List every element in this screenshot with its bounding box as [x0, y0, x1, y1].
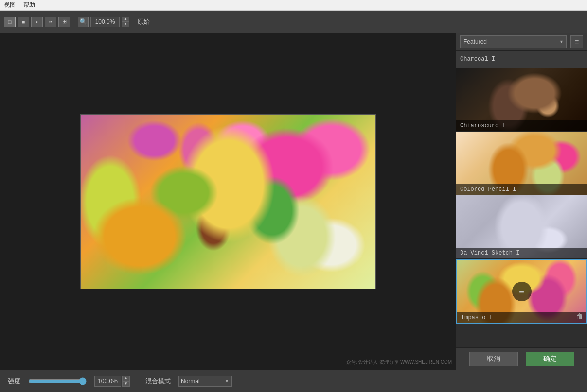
zoom-icon[interactable]: 🔍 [78, 17, 89, 27]
impasto-label: Impasto I [457, 312, 586, 323]
blend-select[interactable]: Normal Multiply Screen Overlay Darken Li… [178, 376, 232, 387]
rect-dual-icon[interactable]: ▫▪ [45, 17, 56, 27]
style-item-impasto[interactable]: ≡ Impasto I 🗑 [456, 259, 587, 324]
filter-bar: Featured All Recent ≡ [456, 33, 587, 51]
davinci-thumbnail: Da Vinci Sketch I [456, 195, 587, 258]
intensity-down-button[interactable]: ▼ [122, 381, 130, 387]
watermark: 众号: 设计达人 资理分享 WWW.SHEJIREN.COM [346, 359, 452, 366]
view-mode-icons: □ ■ ▪ ▫▪ ⊞ [4, 17, 70, 27]
rect-outline-icon[interactable]: □ [4, 17, 16, 27]
davinci-label: Da Vinci Sketch I [456, 248, 587, 258]
artwork [80, 114, 376, 289]
style-item-colored-pencil[interactable]: Colored Pencil I [456, 132, 587, 195]
rect-filled-icon[interactable]: ■ [18, 17, 29, 27]
cancel-button[interactable]: 取消 [469, 352, 518, 366]
colored-pencil-label: Colored Pencil I [456, 184, 587, 195]
style-item-charcoal[interactable]: Charcoal I [456, 51, 587, 68]
style-list: Charcoal I Chiaroscuro I Colored Pencil … [456, 51, 587, 347]
intensity-input-wrap: 100.0% ▲ ▼ [94, 376, 130, 387]
intensity-up-button[interactable]: ▲ [122, 376, 130, 381]
grid-icon[interactable]: ⊞ [58, 17, 70, 27]
filter-select-wrapper: Featured All Recent [460, 35, 567, 48]
intensity-label: 强度 [8, 377, 20, 386]
confirm-button[interactable]: 确定 [526, 352, 574, 366]
rect-small-icon[interactable]: ▪ [31, 17, 43, 27]
main-area: 众号: 设计达人 资理分享 WWW.SHEJIREN.COM Featured … [0, 33, 587, 370]
zoom-stepper: ▲ ▼ [122, 17, 129, 27]
menu-view[interactable]: 视图 [4, 1, 16, 9]
blend-select-wrap: Normal Multiply Screen Overlay Darken Li… [178, 376, 232, 387]
artwork-image [80, 114, 376, 289]
blend-label: 混合模式 [145, 377, 171, 386]
settings-icon[interactable]: ≡ [512, 282, 532, 301]
menu-help[interactable]: 帮助 [23, 1, 35, 9]
original-label: 原始 [137, 17, 150, 26]
zoom-down-button[interactable]: ▼ [122, 22, 129, 27]
impasto-thumbnail: ≡ Impasto I 🗑 [457, 260, 586, 323]
style-item-davinci[interactable]: Da Vinci Sketch I [456, 195, 587, 259]
toolbar: □ ■ ▪ ▫▪ ⊞ 🔍 100.0% ▲ ▼ 原始 [0, 11, 587, 33]
canvas-area: 众号: 设计达人 资理分享 WWW.SHEJIREN.COM [0, 33, 456, 370]
style-item-chiaroscuro[interactable]: Chiaroscuro I [456, 68, 587, 132]
zoom-up-button[interactable]: ▲ [122, 17, 129, 22]
filter-options-icon[interactable]: ≡ [570, 35, 583, 48]
panel-buttons: 取消 确定 [456, 347, 587, 370]
chiaroscuro-thumbnail: Chiaroscuro I [456, 68, 587, 131]
zoom-input[interactable]: 100.0% [90, 17, 120, 27]
right-panel: Featured All Recent ≡ Charcoal I Chiaros… [456, 33, 587, 370]
blend-select-wrapper: Normal Multiply Screen Overlay Darken Li… [178, 376, 232, 387]
colored-pencil-thumbnail: Colored Pencil I [456, 132, 587, 195]
menubar: 视图 帮助 [0, 0, 587, 11]
trash-icon[interactable]: 🗑 [576, 312, 583, 320]
intensity-slider[interactable] [28, 377, 87, 385]
bottom-bar: 强度 100.0% ▲ ▼ 混合模式 Normal Multiply Scree… [0, 370, 587, 392]
intensity-stepper: ▲ ▼ [122, 376, 130, 387]
intensity-input[interactable]: 100.0% [94, 376, 121, 387]
zoom-control: 🔍 100.0% ▲ ▼ [78, 17, 129, 27]
charcoal-label: Charcoal I [460, 56, 495, 63]
filter-select[interactable]: Featured All Recent [460, 35, 567, 48]
chiaroscuro-label: Chiaroscuro I [456, 120, 587, 131]
